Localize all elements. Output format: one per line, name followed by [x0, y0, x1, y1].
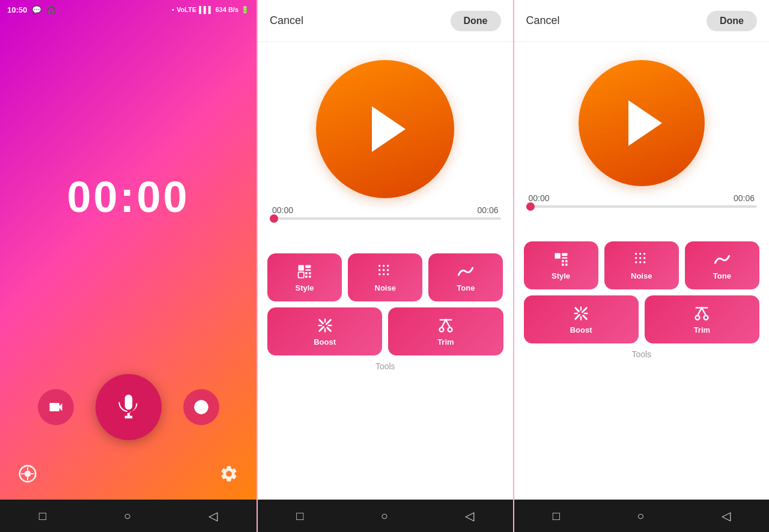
cancel-button-2[interactable]: Cancel — [526, 14, 560, 27]
tone-button-1[interactable]: Tone — [428, 253, 503, 301]
style-button-2[interactable]: Style — [524, 241, 598, 289]
voice-effect-icon — [193, 399, 210, 416]
time-start-2: 00:00 — [529, 193, 550, 203]
boost-button-2[interactable]: Boost — [524, 295, 639, 343]
timer-value: 00:00 — [67, 172, 189, 222]
svg-point-30 — [643, 261, 646, 263]
edit-panel-1: Cancel Done 00:00 00:06 St — [257, 0, 513, 532]
trim-button-1[interactable]: Trim — [388, 307, 503, 355]
dot-icon: • — [172, 6, 174, 13]
svg-point-27 — [643, 256, 646, 259]
nav-square-2[interactable]: □ — [296, 509, 303, 523]
tools-section-1: Style Noise — [258, 244, 513, 500]
tone-icon-2 — [714, 251, 731, 268]
noise-label-2: Noise — [631, 271, 652, 280]
status-bar: 10:50 💬 🎧 • VoLTE ▌▌▌ 634 B/s 🔋 — [0, 0, 257, 19]
svg-rect-3 — [299, 265, 304, 270]
svg-point-13 — [378, 273, 381, 275]
svg-point-24 — [643, 252, 646, 255]
time-end-2: 00:06 — [734, 193, 755, 203]
time-row-2: 00:00 00:06 — [526, 186, 758, 205]
nav-square-1[interactable]: □ — [39, 509, 46, 523]
svg-point-14 — [383, 273, 385, 275]
svg-point-10 — [378, 268, 381, 271]
style-button-1[interactable]: Style — [267, 253, 342, 301]
status-right: • VoLTE ▌▌▌ 634 B/s 🔋 — [172, 6, 249, 14]
svg-rect-4 — [305, 265, 311, 268]
record-controls — [0, 374, 257, 464]
tools-grid-top-1: Style Noise — [267, 253, 503, 301]
nav-back-2[interactable]: ◁ — [465, 509, 474, 523]
play-triangle-1 — [372, 106, 406, 152]
voice-effect-button[interactable] — [183, 389, 219, 425]
settings-icon-btn[interactable] — [219, 464, 239, 488]
trim-label-2: Trim — [694, 325, 710, 334]
boost-icon-1 — [317, 317, 333, 334]
done-button-2[interactable]: Done — [707, 11, 757, 31]
tools-label-1: Tools — [267, 355, 503, 377]
nav-circle-2[interactable]: ○ — [381, 509, 388, 523]
scrubber-thumb-2 — [526, 202, 535, 211]
play-area-1: 00:00 00:06 — [258, 42, 513, 244]
network-label: VoLTE — [177, 6, 196, 13]
video-button[interactable] — [38, 389, 74, 425]
bottom-icons — [0, 464, 257, 500]
style-label-1: Style — [296, 283, 314, 292]
nav-bar-3: □ ○ ◁ — [514, 500, 770, 532]
svg-rect-6 — [299, 272, 304, 277]
scrubber-2[interactable] — [526, 205, 758, 208]
noise-icon-2 — [633, 251, 650, 268]
settings-icon — [219, 464, 239, 483]
play-button-1[interactable] — [316, 60, 454, 198]
play-area-2: 00:00 00:06 — [514, 42, 770, 232]
svg-point-2 — [25, 471, 31, 477]
play-button-2[interactable] — [579, 60, 705, 186]
timer-display: 00:00 — [0, 19, 257, 374]
nav-circle-3[interactable]: ○ — [637, 509, 644, 523]
svg-point-26 — [639, 256, 642, 259]
edit-panel-2: Cancel Done 00:00 00:06 Style — [513, 0, 770, 532]
svg-point-7 — [378, 264, 381, 267]
microphone-icon — [114, 392, 144, 422]
nav-circle-1[interactable]: ○ — [124, 509, 131, 523]
cancel-button-1[interactable]: Cancel — [270, 14, 303, 27]
record-panel: 10:50 💬 🎧 • VoLTE ▌▌▌ 634 B/s 🔋 00:00 — [0, 0, 257, 532]
noise-icon-1 — [377, 263, 394, 280]
boost-label-2: Boost — [570, 325, 592, 334]
record-button[interactable] — [96, 374, 162, 440]
nav-back-1[interactable]: ◁ — [208, 509, 217, 523]
status-time: 10:50 — [7, 5, 27, 14]
edit-header-1: Cancel Done — [258, 0, 513, 42]
svg-point-12 — [387, 268, 389, 271]
svg-rect-20 — [562, 253, 567, 256]
tools-grid-bottom-2: Boost Trim — [524, 295, 760, 343]
noise-button-2[interactable]: Noise — [604, 241, 679, 289]
data-speed: 634 B/s — [215, 6, 239, 13]
nav-back-3[interactable]: ◁ — [722, 509, 731, 523]
scrubber-1[interactable] — [270, 217, 501, 220]
tools-label-2: Tools — [524, 343, 760, 365]
trim-icon-1 — [437, 317, 454, 334]
trim-button-2[interactable]: Trim — [645, 295, 759, 343]
svg-point-11 — [383, 268, 385, 271]
tone-label-1: Tone — [457, 283, 475, 292]
tools-grid-top-2: Style Noise — [524, 241, 760, 289]
boost-label-1: Boost — [314, 337, 336, 346]
music-icon-btn[interactable] — [18, 464, 37, 488]
status-left: 10:50 💬 🎧 — [7, 5, 56, 14]
signal-icon: ▌▌▌ — [199, 6, 213, 13]
nav-bar-2: □ ○ ◁ — [258, 500, 513, 532]
play-triangle-2 — [628, 100, 662, 146]
style-icon-2 — [553, 251, 570, 268]
whatsapp-icon: 💬 — [32, 5, 41, 14]
done-button-1[interactable]: Done — [451, 11, 501, 31]
svg-rect-21 — [562, 257, 567, 258]
boost-button-1[interactable]: Boost — [267, 307, 382, 355]
svg-point-29 — [639, 261, 642, 263]
noise-button-1[interactable]: Noise — [348, 253, 422, 301]
noise-label-1: Noise — [375, 283, 396, 292]
tools-grid-bottom-1: Boost Trim — [267, 307, 503, 355]
nav-square-3[interactable]: □ — [553, 509, 560, 523]
trim-icon-2 — [693, 305, 710, 322]
tone-button-2[interactable]: Tone — [685, 241, 759, 289]
